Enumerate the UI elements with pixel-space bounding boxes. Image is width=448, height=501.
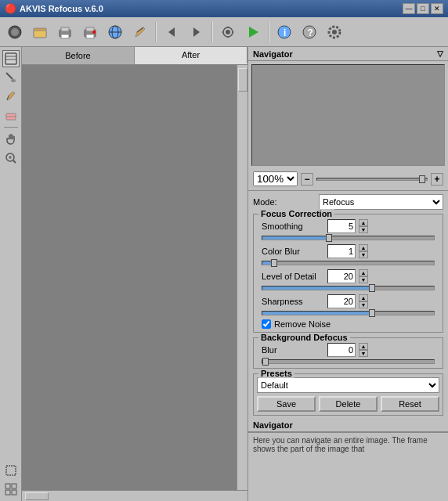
toolbar: i ? bbox=[0, 17, 448, 47]
smoothing-slider-thumb[interactable] bbox=[326, 234, 332, 242]
remove-noise-checkbox[interactable] bbox=[262, 319, 271, 329]
edit-btn[interactable] bbox=[128, 20, 152, 44]
blur-spin: ▲ ▼ bbox=[359, 343, 368, 357]
eraser-tool[interactable] bbox=[2, 106, 20, 124]
level-of-detail-slider-track[interactable] bbox=[262, 286, 435, 290]
color-blur-label: Color Blur bbox=[262, 247, 324, 256]
rect-select-tool[interactable] bbox=[2, 462, 20, 479]
back-btn[interactable] bbox=[160, 20, 183, 44]
level-of-detail-up[interactable]: ▲ bbox=[359, 269, 368, 276]
level-of-detail-row: Level of Detail ▲ ▼ bbox=[257, 268, 439, 285]
zoom-slider-thumb[interactable] bbox=[419, 175, 425, 183]
svg-point-31 bbox=[11, 79, 16, 82]
minimize-button[interactable]: — bbox=[403, 3, 415, 14]
blur-slider-track[interactable] bbox=[262, 359, 435, 364]
blur-slider-thumb[interactable] bbox=[262, 358, 269, 366]
close-button[interactable]: ✕ bbox=[431, 3, 443, 14]
color-blur-up[interactable]: ▲ bbox=[359, 244, 368, 251]
svg-marker-14 bbox=[135, 27, 145, 37]
maximize-button[interactable]: □ bbox=[417, 3, 429, 14]
sharpness-value[interactable] bbox=[327, 294, 356, 308]
zoom-slider-track[interactable] bbox=[316, 178, 428, 181]
presets-box: Presets Default Portrait Landscape Save … bbox=[253, 373, 443, 416]
sharpness-slider-thumb[interactable] bbox=[369, 309, 375, 317]
navigator-preview bbox=[251, 64, 445, 166]
help-btn[interactable]: ? bbox=[298, 20, 321, 44]
svg-text:?: ? bbox=[308, 27, 313, 38]
blur-up[interactable]: ▲ bbox=[359, 343, 368, 350]
zoom-select[interactable]: 100% bbox=[253, 171, 298, 186]
smoothing-down[interactable]: ▼ bbox=[359, 226, 368, 233]
info-btn[interactable]: i bbox=[273, 20, 296, 44]
tool-separator bbox=[4, 127, 18, 128]
level-of-detail-value[interactable] bbox=[327, 269, 356, 283]
smoothing-up[interactable]: ▲ bbox=[359, 219, 368, 226]
blur-label: Blur bbox=[262, 345, 324, 355]
zoom-plus-btn[interactable]: + bbox=[431, 173, 443, 186]
presets-title: Presets bbox=[258, 369, 294, 378]
print-btn[interactable] bbox=[53, 20, 77, 44]
mode-select[interactable]: Refocus Sharpen Motion Blur bbox=[319, 194, 443, 210]
remove-noise-label: Remove Noise bbox=[274, 319, 331, 329]
settings-btn[interactable] bbox=[216, 20, 240, 44]
brush-tool[interactable] bbox=[2, 69, 20, 86]
blur-row: Blur ▲ ▼ bbox=[257, 341, 439, 359]
bottom-info: Here you can navigate an entire image. T… bbox=[248, 432, 448, 456]
delete-preset-btn[interactable]: Delete bbox=[319, 396, 378, 412]
blur-down[interactable]: ▼ bbox=[359, 350, 368, 357]
level-of-detail-slider-thumb[interactable] bbox=[369, 284, 375, 292]
grid-tool[interactable] bbox=[2, 481, 20, 498]
layers-tool[interactable] bbox=[2, 50, 20, 67]
color-blur-spin: ▲ ▼ bbox=[359, 244, 368, 258]
smoothing-spin: ▲ ▼ bbox=[359, 219, 368, 233]
bottom-navigator-header: Navigator bbox=[248, 418, 448, 432]
svg-text:i: i bbox=[284, 27, 286, 38]
sharpness-slider-fill bbox=[262, 312, 374, 315]
sharpness-row: Sharpness ▲ ▼ bbox=[257, 293, 439, 310]
smoothing-label: Smoothing bbox=[262, 222, 324, 231]
focus-correction-title: Focus Correction bbox=[258, 209, 334, 218]
tab-after[interactable]: After bbox=[135, 47, 247, 64]
sharpness-up[interactable]: ▲ bbox=[359, 294, 368, 301]
open-file-btn[interactable] bbox=[3, 20, 27, 44]
zoom-minus-btn[interactable]: − bbox=[301, 173, 313, 186]
tab-before[interactable]: Before bbox=[22, 47, 135, 64]
globe-btn[interactable] bbox=[103, 20, 127, 44]
play-btn[interactable] bbox=[241, 20, 265, 44]
color-blur-down[interactable]: ▼ bbox=[359, 251, 368, 258]
preset-select[interactable]: Default Portrait Landscape bbox=[257, 377, 439, 393]
level-of-detail-down[interactable]: ▼ bbox=[359, 276, 368, 283]
hand-tool[interactable] bbox=[2, 131, 20, 148]
reset-preset-btn[interactable]: Reset bbox=[381, 396, 439, 412]
smoothing-slider-row bbox=[257, 235, 439, 243]
sharpness-down[interactable]: ▼ bbox=[359, 301, 368, 308]
sharpness-slider-row bbox=[257, 310, 439, 318]
save-preset-btn[interactable]: Save bbox=[257, 396, 316, 412]
print2-btn[interactable] bbox=[78, 20, 102, 44]
gear-btn[interactable] bbox=[323, 20, 346, 44]
svg-point-1 bbox=[11, 28, 19, 36]
zoom-tool[interactable] bbox=[2, 150, 20, 167]
color-blur-slider-track[interactable] bbox=[262, 261, 435, 265]
smoothing-slider-track[interactable] bbox=[262, 236, 435, 240]
scrollbar-bottom[interactable] bbox=[22, 490, 247, 501]
scrollbar-right[interactable] bbox=[237, 65, 247, 490]
sharpness-slider-track[interactable] bbox=[262, 311, 435, 315]
color-blur-slider-thumb[interactable] bbox=[271, 259, 277, 267]
smoothing-value[interactable] bbox=[327, 219, 356, 233]
svg-rect-9 bbox=[86, 34, 94, 38]
pencil-tool[interactable] bbox=[2, 88, 20, 105]
navigator-title: Navigator bbox=[253, 49, 293, 59]
open-btn[interactable] bbox=[28, 20, 52, 44]
blur-value[interactable] bbox=[327, 343, 356, 357]
svg-rect-8 bbox=[86, 27, 94, 31]
svg-line-37 bbox=[13, 160, 16, 163]
toolbar-separator-2 bbox=[211, 22, 213, 42]
app-icon: 🔴 bbox=[5, 3, 16, 14]
navigator-collapse-btn[interactable]: ▽ bbox=[437, 49, 443, 58]
color-blur-value[interactable] bbox=[327, 244, 356, 258]
background-defocus-title: Background Defocus bbox=[258, 333, 350, 342]
title-bar-left: 🔴 AKVIS Refocus v.6.0 bbox=[5, 3, 103, 14]
blur-slider-row bbox=[257, 359, 439, 366]
forward-btn[interactable] bbox=[185, 20, 208, 44]
